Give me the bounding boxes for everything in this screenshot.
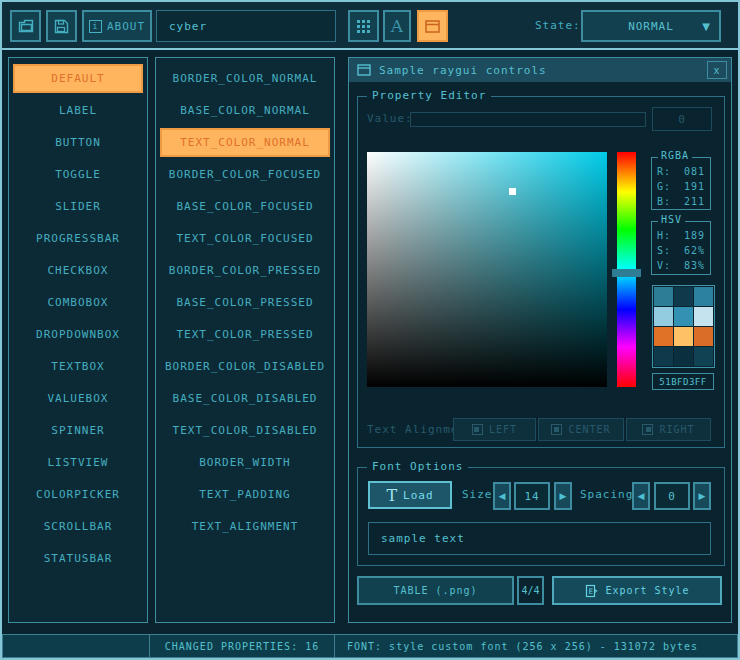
size-decrease-button[interactable]: ◀ [493,482,511,510]
size-value-box[interactable]: 14 [514,482,550,510]
size-increase-button[interactable]: ▶ [554,482,572,510]
align-right-button[interactable]: RIGHT [626,418,711,441]
property-editor-group: Property Editor Value: 0 RGBA R: 081 G: … [357,96,725,448]
status-changed-properties: CHANGED PROPERTIES: 16 [150,634,335,658]
property-item-base-color-normal[interactable]: BASE_COLOR_NORMAL [160,96,330,125]
palette-swatch[interactable] [674,327,693,346]
arrow-left-icon: ◀ [499,491,506,501]
control-item-combobox[interactable]: COMBOBOX [13,288,143,317]
palette-swatch[interactable] [674,307,693,326]
property-item-border-width[interactable]: BORDER_WIDTH [160,448,330,477]
about-button[interactable]: i ABOUT [82,10,152,42]
palette-swatch[interactable] [654,327,673,346]
property-item-text-color-pressed[interactable]: TEXT_COLOR_PRESSED [160,320,330,349]
control-item-button[interactable]: BUTTON [13,128,143,157]
control-item-checkbox[interactable]: CHECKBOX [13,256,143,285]
spacing-decrease-button[interactable]: ◀ [632,482,650,510]
text-alignment-label: Text Alignmen [367,423,455,436]
spacing-value-box[interactable]: 0 [654,482,690,510]
palette-swatch[interactable] [654,287,673,306]
align-right-label: RIGHT [659,424,694,435]
control-item-spinner[interactable]: SPINNER [13,416,143,445]
property-item-base-color-pressed[interactable]: BASE_COLOR_PRESSED [160,288,330,317]
green-value: 191 [684,181,705,192]
style-color-palette [652,285,715,368]
palette-swatch[interactable] [694,327,713,346]
page-counter[interactable]: 4/4 [517,576,544,605]
palette-swatch[interactable] [674,347,693,366]
property-item-border-color-normal[interactable]: BORDER_COLOR_NORMAL [160,64,330,93]
color-picker-cursor[interactable] [509,188,516,195]
property-item-text-padding[interactable]: TEXT_PADDING [160,480,330,509]
red-label: R: [657,166,671,177]
value-slider[interactable] [410,112,646,127]
rgba-red-row: R: 081 [657,166,705,177]
style-name-input[interactable]: cyber [156,10,336,42]
property-item-base-color-focused[interactable]: BASE_COLOR_FOCUSED [160,192,330,221]
control-item-slider[interactable]: SLIDER [13,192,143,221]
save-file-button[interactable] [46,10,77,42]
control-item-listview[interactable]: LISTVIEW [13,448,143,477]
align-center-button[interactable]: CENTER [538,418,624,441]
align-left-button[interactable]: LEFT [453,418,536,441]
font-t-icon: T [386,486,397,505]
sample-text-input[interactable]: sample text [368,522,711,555]
open-file-button[interactable] [10,10,41,42]
folder-open-icon [18,19,34,33]
property-item-text-color-normal[interactable]: TEXT_COLOR_NORMAL [160,128,330,157]
rgba-green-row: G: 191 [657,181,705,192]
close-icon[interactable]: x [707,61,727,79]
property-item-border-color-pressed[interactable]: BORDER_COLOR_PRESSED [160,256,330,285]
hue-value: 189 [684,230,705,241]
control-item-scrollbar[interactable]: SCROLLBAR [13,512,143,541]
control-item-progressbar[interactable]: PROGRESSBAR [13,224,143,253]
load-font-button[interactable]: T Load [368,481,452,509]
val-value: 83% [684,260,705,271]
property-item-border-color-disabled[interactable]: BORDER_COLOR_DISABLED [160,352,330,381]
palette-swatch[interactable] [694,307,713,326]
control-item-statusbar[interactable]: STATUSBAR [13,544,143,573]
control-item-colorpicker[interactable]: COLORPICKER [13,480,143,509]
palette-swatch[interactable] [654,347,673,366]
value-button[interactable]: 0 [652,107,712,131]
status-font-info: FONT: style custom font (256 x 256) - 13… [335,634,738,658]
property-editor-title: Property Editor [367,89,491,102]
load-font-label: Load [403,489,434,502]
hex-color-input[interactable]: 51BFD3FF [652,373,714,390]
palette-swatch[interactable] [674,287,693,306]
property-item-text-color-focused[interactable]: TEXT_COLOR_FOCUSED [160,224,330,253]
table-view-button[interactable] [417,10,448,42]
hue-slider-handle[interactable] [612,269,641,277]
hue-bar[interactable] [617,152,636,387]
arrow-right-icon: ▶ [699,491,706,501]
hsv-title: HSV [658,214,685,225]
window-titlebar[interactable]: Sample raygui controls x [349,58,731,82]
control-item-valuebox[interactable]: VALUEBOX [13,384,143,413]
spacing-increase-button[interactable]: ▶ [693,482,711,510]
export-style-button[interactable]: E Export Style [552,576,722,605]
align-center-label: CENTER [568,424,610,435]
status-bar: CHANGED PROPERTIES: 16 FONT: style custo… [2,634,738,658]
palette-swatch[interactable] [694,287,713,306]
property-item-text-alignment[interactable]: TEXT_ALIGNMENT [160,512,330,541]
font-preview-button[interactable]: A [383,10,411,42]
export-icon: E [584,584,598,598]
control-item-textbox[interactable]: TEXTBOX [13,352,143,381]
rguistyler-window: i ABOUT cyber A State: NORMAL ▼ DEFAULT … [0,0,740,660]
control-item-dropdownbox[interactable]: DROPDOWNBOX [13,320,143,349]
align-left-icon [472,424,483,435]
palette-swatch[interactable] [654,307,673,326]
palette-swatch[interactable] [694,347,713,366]
font-options-title: Font Options [367,460,468,473]
font-atlas-button[interactable] [348,10,379,42]
align-left-label: LEFT [489,424,517,435]
color-picker-panel[interactable] [367,152,607,387]
control-item-label[interactable]: LABEL [13,96,143,125]
property-item-base-color-disabled[interactable]: BASE_COLOR_DISABLED [160,384,330,413]
state-dropdown[interactable]: NORMAL ▼ [581,10,721,42]
control-item-default[interactable]: DEFAULT [13,64,143,93]
property-item-text-color-disabled[interactable]: TEXT_COLOR_DISABLED [160,416,330,445]
property-item-border-color-focused[interactable]: BORDER_COLOR_FOCUSED [160,160,330,189]
table-export-format-button[interactable]: TABLE (.png) [357,576,514,605]
control-item-toggle[interactable]: TOGGLE [13,160,143,189]
